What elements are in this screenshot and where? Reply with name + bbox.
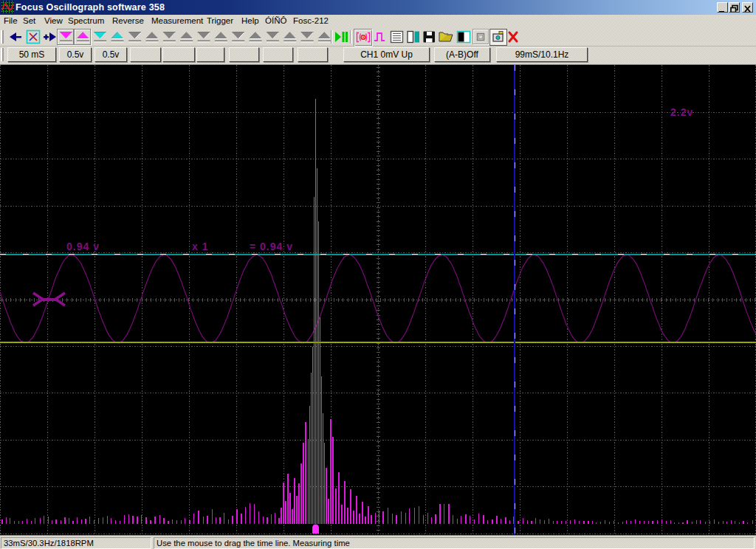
svg-text:x 1: x 1 <box>192 241 208 252</box>
svg-text:= 0.94 v: = 0.94 v <box>250 241 293 252</box>
svg-text:0.94 v: 0.94 v <box>66 241 100 252</box>
svg-text:2.2v: 2.2v <box>670 106 693 118</box>
